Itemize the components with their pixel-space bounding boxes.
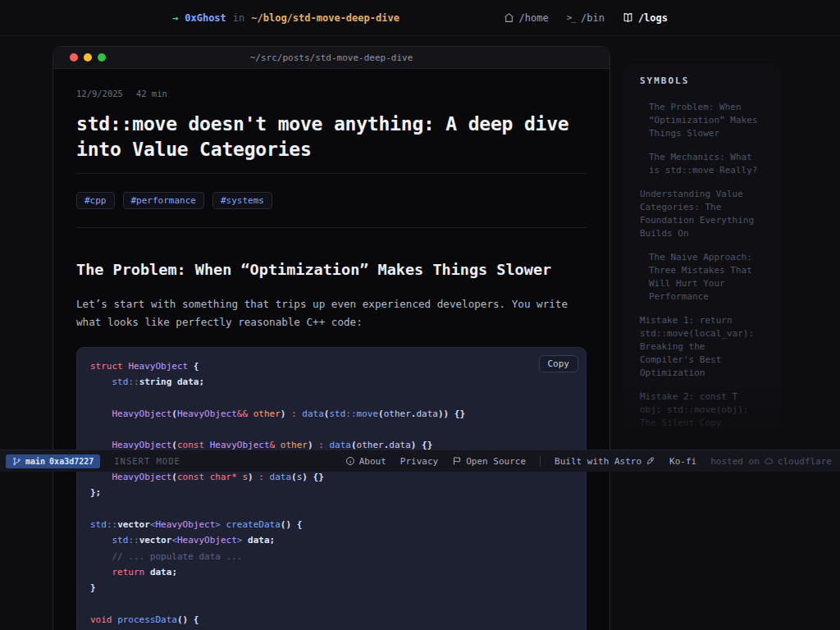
minimize-window-button[interactable]	[84, 53, 92, 62]
post-meta: 12/9/2025 42 min	[76, 89, 587, 98]
host-label: cloudflare	[778, 456, 832, 467]
commit-hash: 0xa3d7227	[49, 457, 94, 466]
prompt-path: ~/blog/std-move-deep-dive	[251, 12, 399, 24]
tag-pill[interactable]: #systems	[212, 192, 272, 209]
statusbar-link-privacy[interactable]: Privacy	[400, 456, 438, 467]
maximize-window-button[interactable]	[98, 53, 106, 62]
statusbar-link-open-source[interactable]: Open Source	[452, 456, 526, 467]
code-block: Copy struct HeavyObject { std::string da…	[76, 347, 587, 630]
hosted-prefix: hosted on	[710, 456, 760, 467]
close-window-button[interactable]	[70, 53, 78, 62]
nav-link-label: /bin	[581, 12, 605, 24]
git-branch-badge[interactable]: main 0xa3d7227	[6, 454, 100, 468]
editor-mode-label: INSERT MODE	[114, 456, 180, 466]
tag-list: #cpp#performance#systems	[76, 192, 587, 209]
terminal-icon: >_	[567, 12, 576, 23]
nav-links: /home>_/bin/logs	[504, 12, 668, 24]
nav-inner: → 0xGhost in ~/blog/std-move-deep-dive /…	[172, 12, 668, 24]
git-branch-icon	[12, 457, 21, 466]
window-title: ~/src/posts/std-move-deep-dive	[53, 52, 609, 63]
flag-icon	[452, 456, 462, 466]
info-icon	[345, 456, 355, 466]
divider	[76, 173, 587, 174]
code-content: struct HeavyObject { std::string data; H…	[77, 348, 586, 630]
branch-name: main	[25, 457, 45, 466]
rocket-icon	[646, 456, 655, 466]
prompt-user: 0xGhost	[185, 12, 226, 24]
nav-link-label: /logs	[638, 12, 668, 24]
toc-item[interactable]: Understanding Value Categories: The Foun…	[640, 188, 763, 240]
status-bar: main 0xa3d7227 INSERT MODE AboutPrivacyO…	[0, 450, 840, 472]
statusbar-link-about[interactable]: About	[345, 456, 386, 467]
symbols-heading: SYMBOLS	[640, 75, 765, 86]
tag-pill[interactable]: #cpp	[76, 192, 115, 209]
statusbar-link-label: Open Source	[466, 456, 526, 467]
nav-link-bin[interactable]: >_/bin	[567, 12, 605, 24]
home-icon	[504, 12, 514, 23]
statusbar-right: AboutPrivacyOpen Source Built with Astro…	[345, 456, 832, 467]
kofi-link[interactable]: Ko-fi	[669, 456, 696, 467]
book-icon	[623, 12, 633, 23]
toc-item[interactable]: Mistake 2: const T obj; std::move(obj): …	[640, 390, 763, 430]
toc-item[interactable]: The Naive Approach: Three Mistakes That …	[640, 251, 763, 304]
read-time: 42 min	[136, 89, 167, 98]
intro-paragraph: Let’s start with something that trips up…	[76, 295, 587, 331]
tag-pill[interactable]: #performance	[123, 192, 204, 209]
cloud-icon	[764, 456, 774, 466]
built-with-label: Built with Astro	[555, 456, 641, 467]
toc-item[interactable]: The Problem: When “Optimization” Makes T…	[640, 101, 763, 140]
hosted-on-cloudflare-link[interactable]: hosted on cloudflare	[710, 456, 832, 467]
section-heading: The Problem: When “Optimization” Makes T…	[76, 261, 587, 278]
kofi-label: Ko-fi	[669, 456, 696, 467]
copy-button[interactable]: Copy	[539, 355, 579, 372]
statusbar-links: AboutPrivacyOpen Source	[345, 456, 526, 467]
symbols-list: The Problem: When “Optimization” Makes T…	[640, 101, 765, 451]
divider	[76, 227, 587, 228]
terminal-window: ~/src/posts/std-move-deep-dive 12/9/2025…	[52, 46, 610, 630]
nav-link-home[interactable]: /home	[504, 12, 549, 24]
article-body: 12/9/2025 42 min std::move doesn't move …	[53, 69, 609, 630]
nav-link-label: /home	[519, 12, 549, 24]
window-controls	[70, 53, 106, 62]
prompt-arrow-icon: →	[172, 12, 178, 24]
toc-item[interactable]: Mistake 1: return std::move(local_var): …	[640, 314, 763, 380]
post-date: 12/9/2025	[76, 89, 123, 98]
statusbar-separator	[540, 456, 541, 467]
statusbar-link-label: Privacy	[400, 456, 438, 467]
breadcrumb-prompt: → 0xGhost in ~/blog/std-move-deep-dive	[172, 12, 399, 24]
main-row: ~/src/posts/std-move-deep-dive 12/9/2025…	[52, 46, 781, 630]
toc-item[interactable]: The Mechanics: What is std::move Really?	[640, 151, 763, 177]
symbols-panel: SYMBOLS The Problem: When “Optimization”…	[623, 64, 781, 451]
built-with-astro-link[interactable]: Built with Astro	[555, 456, 655, 467]
top-nav: → 0xGhost in ~/blog/std-move-deep-dive /…	[0, 0, 840, 36]
statusbar-link-label: About	[359, 456, 386, 467]
window-titlebar: ~/src/posts/std-move-deep-dive	[53, 47, 609, 69]
page-title: std::move doesn't move anything: A deep …	[76, 112, 587, 162]
nav-link-logs[interactable]: /logs	[623, 12, 668, 24]
prompt-in-word: in	[233, 12, 244, 24]
